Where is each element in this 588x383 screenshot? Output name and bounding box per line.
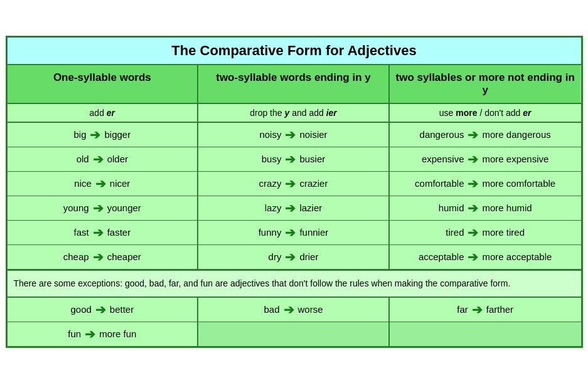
rules-row: add er drop the y and add ier use more /… (8, 104, 581, 123)
exception-row-1: good ➔ better bad ➔ worse far ➔ farther (8, 298, 581, 322)
arrow-icon: ➔ (284, 302, 294, 317)
cell-4-2: lazy ➔ lazier (198, 196, 390, 220)
title-text: The Comparative Form for Adjectives (171, 43, 416, 58)
header-row: One-syllable words two-syllable words en… (8, 65, 581, 104)
cell-4-1: young ➔ younger (8, 196, 199, 220)
data-row-4: young ➔ younger lazy ➔ lazier humid ➔ mo… (8, 196, 581, 221)
cell-1-3: dangerous ➔ more dangerous (390, 123, 581, 147)
cell-1-1: big ➔ bigger (8, 123, 199, 147)
data-row-5: fast ➔ faster funny ➔ funnier tired ➔ mo… (8, 221, 581, 245)
cell-2-1: old ➔ older (8, 147, 199, 171)
note-text: There are some exceptions: good, bad, fa… (8, 270, 581, 298)
cell-3-1: nice ➔ nicer (8, 172, 199, 196)
cell-6-3: acceptable ➔ more acceptable (390, 245, 581, 269)
cell-6-2: dry ➔ drier (198, 245, 390, 269)
cell-3-2: crazy ➔ crazier (198, 172, 390, 196)
exc-cell-1-3: far ➔ farther (390, 298, 581, 322)
arrow-icon: ➔ (285, 225, 296, 240)
cell-5-3: tired ➔ more tired (390, 221, 581, 244)
exc-cell-2-1: fun ➔ more fun (8, 322, 199, 346)
rule-col1: add er (8, 104, 199, 122)
arrow-icon: ➔ (93, 152, 104, 167)
arrow-icon: ➔ (285, 176, 296, 191)
data-row-6: cheap ➔ cheaper dry ➔ drier acceptable ➔… (8, 245, 581, 270)
arrow-icon: ➔ (285, 127, 296, 142)
cell-2-2: busy ➔ busier (198, 147, 390, 171)
arrow-icon: ➔ (93, 249, 104, 265)
arrow-icon: ➔ (472, 302, 483, 317)
cell-5-2: funny ➔ funnier (198, 221, 390, 244)
exc-cell-1-1: good ➔ better (8, 298, 199, 322)
arrow-icon: ➔ (468, 152, 478, 167)
arrow-icon: ➔ (93, 225, 104, 240)
arrow-icon: ➔ (468, 176, 478, 191)
arrow-icon: ➔ (95, 302, 106, 317)
arrow-icon: ➔ (468, 201, 478, 216)
exc-cell-2-3 (390, 322, 581, 346)
data-row-1: big ➔ bigger noisy ➔ noisier dangerous ➔… (8, 123, 581, 147)
exc-cell-2-2 (198, 322, 390, 346)
rule-col2: drop the y and add ier (198, 104, 390, 122)
cell-1-2: noisy ➔ noisier (198, 123, 390, 147)
arrow-icon: ➔ (285, 201, 296, 216)
data-row-2: old ➔ older busy ➔ busier expensive ➔ mo… (8, 147, 581, 172)
main-table: The Comparative Form for Adjectives One-… (6, 36, 583, 348)
arrow-icon: ➔ (90, 127, 100, 142)
cell-4-3: humid ➔ more humid (390, 196, 581, 220)
arrow-icon: ➔ (468, 225, 478, 240)
cell-3-3: comfortable ➔ more comfortable (390, 172, 581, 196)
exception-row-2: fun ➔ more fun (8, 322, 581, 346)
header-col3: two syllables or more not ending in y (390, 65, 581, 103)
header-col1: One-syllable words (8, 65, 199, 103)
data-row-3: nice ➔ nicer crazy ➔ crazier comfortable… (8, 172, 581, 196)
arrow-icon: ➔ (93, 201, 104, 216)
arrow-icon: ➔ (285, 152, 296, 167)
rule-col3: use more / don't add er (390, 104, 581, 122)
cell-6-1: cheap ➔ cheaper (8, 245, 199, 269)
cell-2-3: expensive ➔ more expensive (390, 147, 581, 171)
arrow-icon: ➔ (85, 327, 95, 342)
cell-5-1: fast ➔ faster (8, 221, 199, 244)
header-col2: two-syllable words ending in y (198, 65, 390, 103)
arrow-icon: ➔ (285, 249, 296, 265)
arrow-icon: ➔ (468, 127, 478, 142)
table-title: The Comparative Form for Adjectives (8, 38, 581, 65)
exc-cell-1-2: bad ➔ worse (198, 298, 390, 322)
arrow-icon: ➔ (468, 249, 478, 265)
arrow-icon: ➔ (95, 176, 106, 191)
